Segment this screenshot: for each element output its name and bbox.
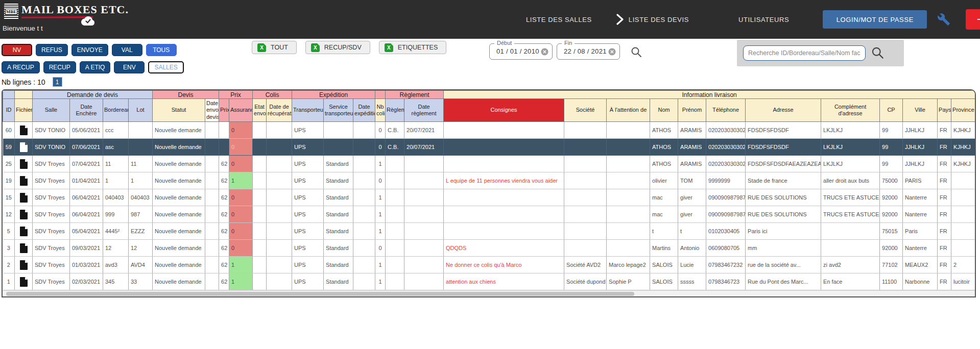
column-header-date_reglement[interactable]: Date règlement [404, 99, 444, 122]
clear-date-end-icon[interactable] [608, 48, 616, 58]
file-icon[interactable] [20, 126, 28, 135]
filter-button-val[interactable]: VAL [112, 44, 142, 56]
column-header-prenom[interactable]: Prénom [678, 99, 706, 122]
table-row-id-59[interactable]: 59SDV TONIO07/06/2021ascNouvelle demande… [3, 139, 975, 156]
cell-adresse: FDSDFSFDSDF [746, 122, 821, 139]
column-header-date_enchere[interactable]: Date Enchère [70, 99, 103, 122]
filter-button-envoye[interactable]: ENVOYE [71, 44, 108, 56]
column-header-province[interactable]: Province [951, 99, 975, 122]
column-header-nb_colis[interactable]: Nb colis [375, 99, 386, 122]
cell-prenom: sssss [678, 273, 706, 290]
date-end-field[interactable]: Fin 22 / 08 / 2021 [557, 43, 620, 60]
file-icon[interactable] [20, 260, 28, 270]
login-password-button[interactable]: LOGIN/MOT DE PASSE [823, 10, 927, 29]
filter-button-recup[interactable]: RECUP [43, 61, 76, 73]
cell-pays: FR [938, 257, 951, 273]
filter-button-tous[interactable]: TOUS [146, 44, 177, 56]
column-header-prix[interactable]: Prix [219, 99, 229, 122]
filter-button-salles[interactable]: SALLES [148, 61, 183, 73]
column-header-attention_de[interactable]: À l'attention de [607, 99, 650, 122]
filter-button-a-recup[interactable]: A RECUP [2, 61, 40, 73]
date-start-field[interactable]: Début 01 / 01 / 2010 [489, 43, 553, 60]
table-row-id-12[interactable]: 12SDV Troyes06/04/2021999987Nouvelle dem… [3, 206, 975, 223]
cell-complement_adresse: aller droit aux buts [821, 172, 880, 189]
cell-date_enchere: 01/04/2021 [70, 172, 103, 189]
column-header-service_transporteur[interactable]: Service transporteur [324, 99, 353, 122]
table-row-id-15[interactable]: 15SDV Troyes06/04/2021040403040403Nouvel… [3, 189, 975, 206]
column-header-lot[interactable]: Lot [129, 99, 153, 122]
table-row-id-2[interactable]: 2SDV Troyes01/03/2021avd3AVD4Nouvelle de… [3, 257, 975, 273]
column-header-id[interactable]: ID [3, 99, 15, 122]
column-header-etat_envoi[interactable]: Etat envoi [253, 99, 267, 122]
cell-statut: Nouvelle demande [153, 257, 205, 273]
column-header-statut[interactable]: Statut [153, 99, 205, 122]
filter-button-nv[interactable]: NV [2, 44, 32, 56]
column-header-fichier[interactable]: Fichier [15, 99, 33, 122]
cell-assurance: 1 [229, 172, 253, 189]
column-header-assurance[interactable]: Assurance [229, 99, 253, 122]
column-header-bordereau[interactable]: Bordereau [103, 99, 129, 122]
column-header-reglement[interactable]: Règlement [386, 99, 404, 122]
wrench-icon[interactable] [937, 13, 950, 26]
column-header-salle[interactable]: Salle [33, 99, 70, 122]
filter-button-refus[interactable]: REFUS [36, 44, 68, 56]
horizontal-scrollbar-thumb[interactable] [6, 292, 634, 296]
file-icon[interactable] [20, 142, 28, 152]
filter-button-a-etiq[interactable]: A ETIQ [80, 61, 111, 73]
column-header-transporteur[interactable]: Transporteur [292, 99, 324, 122]
column-header-date_envoi_devis[interactable]: Date envoi devis [205, 99, 219, 122]
column-header-societe[interactable]: Société [564, 99, 607, 122]
export-button-etiquettes[interactable]: XETIQUETTES [379, 41, 446, 54]
logout-button[interactable] [966, 9, 980, 30]
nav-liste-des-devis[interactable]: LISTE DES DEVIS [629, 16, 689, 23]
file-icon[interactable] [20, 227, 28, 236]
filter-button-env[interactable]: ENV [114, 61, 145, 73]
export-button-tout[interactable]: XTOUT [252, 41, 297, 54]
column-header-ville[interactable]: Ville [903, 99, 938, 122]
clear-date-start-icon[interactable] [541, 48, 548, 58]
export-button-recup-sdv[interactable]: XRECUP/SDV [305, 41, 370, 54]
cell-bordereau: 345 [103, 273, 129, 290]
nav-utilisateurs[interactable]: UTILISATEURS [738, 16, 789, 23]
table-row-id-1[interactable]: 1SDV Troyes02/03/202134533Nouvelle deman… [3, 273, 975, 290]
file-icon[interactable] [20, 159, 28, 169]
search-icon[interactable] [871, 46, 885, 62]
nav-liste-des-salles[interactable]: LISTE DES SALLES [526, 16, 592, 23]
status-filters: NVREFUSENVOYEVALTOUS A RECUPRECUPA ETIQE… [2, 44, 184, 73]
cell-bordereau: 4445² [103, 223, 129, 240]
date-search-icon[interactable] [630, 46, 642, 60]
cell-date_reglement [404, 223, 444, 240]
file-icon[interactable] [20, 277, 28, 287]
column-header-date_expedition[interactable]: Date expédition [353, 99, 375, 122]
table-row-id-25[interactable]: 25SDV Troyes07/04/20211111Nouvelle deman… [3, 156, 975, 172]
column-header-complement_adresse[interactable]: Complément d'adresse [821, 99, 880, 122]
column-header-adresse[interactable]: Adresse [746, 99, 821, 122]
column-header-consignes[interactable]: Consignes [444, 99, 564, 122]
file-icon[interactable] [20, 243, 28, 253]
column-header-pays[interactable]: Pays [938, 99, 951, 122]
table-row-id-3[interactable]: 3SDV Troyes09/03/20211212Nouvelle demand… [3, 240, 975, 257]
group-header-règlement: Règlement [386, 91, 444, 99]
cell-assurance: 1 [229, 273, 253, 290]
horizontal-scrollbar[interactable] [3, 290, 975, 296]
search-input[interactable] [743, 45, 866, 61]
cell-service_transporteur: Standard [324, 206, 353, 223]
column-header-cp[interactable]: CP [880, 99, 903, 122]
cell-cp: 99 [880, 122, 903, 139]
cell-date_reglement: 20/07/2021 [404, 139, 444, 156]
file-icon[interactable] [20, 176, 28, 186]
cell-societe [564, 189, 607, 206]
file-icon[interactable] [20, 210, 28, 219]
table-row-id-60[interactable]: 60SDV TONIO05/06/2021cccNouvelle demande… [3, 122, 975, 139]
file-icon[interactable] [20, 193, 28, 203]
cell-societe [564, 206, 607, 223]
column-header-nom[interactable]: Nom [650, 99, 678, 122]
page-number-badge[interactable]: 1 [53, 77, 62, 87]
cell-cp: 92000 [880, 240, 903, 257]
table-row-id-5[interactable]: 5SDV Troyes05/04/20214445²EZZZNouvelle d… [3, 223, 975, 240]
table-row-id-19[interactable]: 19SDV Troyes01/04/202111Nouvelle demande… [3, 172, 975, 189]
column-header-telephone[interactable]: Téléphone [706, 99, 746, 122]
cell-societe: Société AVD2 [564, 257, 607, 273]
cell-etat_envoi [253, 122, 267, 139]
column-header-date_recuperation[interactable]: Date de récupération [267, 99, 292, 122]
